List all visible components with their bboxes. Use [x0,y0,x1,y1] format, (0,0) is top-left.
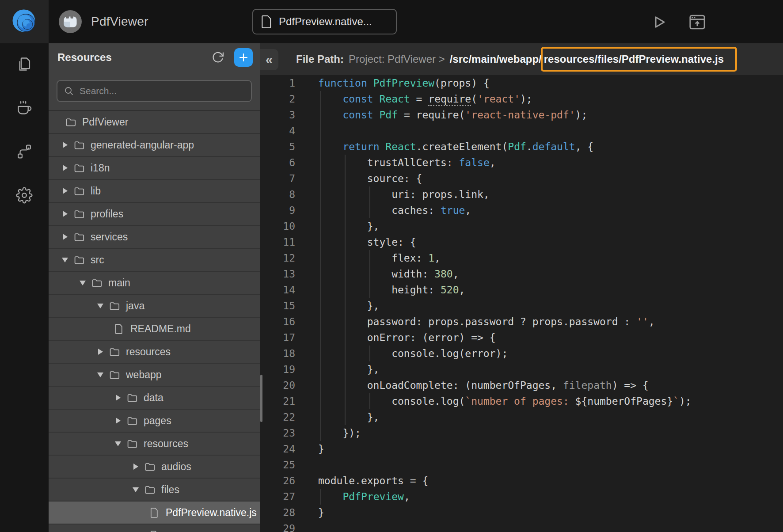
folder-icon [73,231,85,243]
chevron-down-icon[interactable] [78,278,87,288]
indent-guide [345,186,346,202]
indent-guide [320,282,321,298]
code-line-4: 4 [260,123,783,139]
chevron-down-icon[interactable] [131,485,141,494]
run-button[interactable] [648,11,669,33]
publish-button[interactable] [687,11,708,33]
chevron-right-icon[interactable] [113,393,123,403]
tree-scrollbar[interactable] [260,375,262,422]
tree-item-pages[interactable]: pages [49,410,260,433]
documents-icon[interactable] [16,56,33,72]
indent-guide [345,314,346,330]
tree-item-partial[interactable] [49,524,260,532]
folder-icon [144,484,156,496]
folder-icon [109,346,121,358]
code-line-5: 5 return React.createElement(Pdf.default… [260,139,783,155]
line-number: 17 [260,330,295,346]
tree-item-services[interactable]: services [49,226,260,249]
code-line-3: 3 const Pdf = require('react-native-pdf'… [260,107,783,123]
indent-guide [320,218,321,234]
code-line-6: 6 trustAllCerts: false, [260,155,783,171]
chevron-right-icon[interactable] [60,186,70,196]
add-resource-button[interactable] [234,48,253,67]
settings-gear-icon[interactable] [16,187,33,204]
chevron-down-icon[interactable] [95,301,105,311]
folder-icon [126,438,138,450]
search-icon [64,86,74,96]
tree-item-pdfpreview.native.js[interactable]: PdfPreview.native.js [49,502,260,524]
indent-guide [345,266,346,282]
line-number: 25 [260,457,295,473]
indent-guide [320,393,321,409]
folder-icon [73,162,85,174]
coffee-icon[interactable] [16,99,33,116]
chevron-right-icon[interactable] [60,209,70,219]
code-line-2: 2 const React = require('react'); [260,91,783,107]
tree-item-label: resources [126,346,171,358]
tree-item-java[interactable]: java [49,295,260,318]
tree-item-pdfviewer[interactable]: PdfViewer [49,111,260,134]
code-line-8: 8 uri: props.link, [260,186,783,202]
folder-icon [126,415,138,427]
tree-item-i18n[interactable]: i18n [49,157,260,180]
tree-item-generated-angular-app[interactable]: generated-angular-app [49,134,260,157]
line-number: 2 [260,91,295,107]
chevron-down-icon[interactable] [60,255,70,265]
indent-guide [320,346,321,361]
chevron-right-icon[interactable] [131,462,141,471]
line-number: 29 [260,521,295,532]
code-line-7: 7 source: { [260,171,783,186]
indent-guide [345,393,346,409]
indent-guide [369,393,370,409]
collapse-panel-button[interactable]: « [260,49,278,70]
code-line-18: 18 console.log(error); [260,346,783,361]
tree-item-label: main [108,277,130,289]
search-input[interactable] [79,85,245,97]
flow-icon[interactable] [16,143,33,160]
tree-item-resources[interactable]: resources [49,433,260,456]
tree-item-audios[interactable]: audios [49,456,260,479]
top-bar: PdfViewer PdfPreview.native... [0,0,783,43]
tree-item-main[interactable]: main [49,272,260,295]
chevron-down-icon[interactable] [113,439,123,448]
folder-icon [73,139,85,151]
chevron-down-icon[interactable] [95,370,105,380]
tree-item-lib[interactable]: lib [49,180,260,203]
app-title: PdfViewer [91,0,148,43]
tree-item-files[interactable]: files [49,479,260,502]
tree-item-label: i18n [91,162,110,174]
line-number: 27 [260,489,295,505]
line-number: 10 [260,218,295,234]
indent-guide [345,346,346,361]
file-path-base: /src/main/webapp/ [450,53,542,65]
line-number: 14 [260,282,295,298]
tree-item-resources[interactable]: resources [49,341,260,364]
app-logo-button[interactable] [0,0,49,43]
code-line-29: 29 [260,521,783,532]
refresh-button[interactable] [210,50,225,65]
chevron-right-icon[interactable] [60,232,70,242]
tree-item-src[interactable]: src [49,249,260,272]
indent-guide [345,377,346,393]
chevron-right-icon[interactable] [95,347,105,357]
tree-item-readme.md[interactable]: README.md [49,318,260,341]
code-line-20: 20 onLoadComplete: (numberOfPages, filep… [260,377,783,393]
tree-item-webapp[interactable]: webapp [49,364,260,387]
line-number: 12 [260,250,295,266]
indent-guide [320,298,321,314]
open-file-tab[interactable]: PdfPreview.native... [252,9,397,34]
tree-item-profiles[interactable]: profiles [49,203,260,226]
chevron-right-icon[interactable] [113,416,123,426]
chevron-right-icon[interactable] [60,163,70,173]
tree-item-data[interactable]: data [49,387,260,410]
chevron-right-icon[interactable] [60,140,70,150]
folder-icon [126,392,138,404]
indent-guide [345,218,346,234]
code-area[interactable]: 1function PdfPreview(props) {2 const Rea… [260,75,783,532]
resources-panel: Resources PdfVi [49,43,260,532]
tree-item-label: files [161,484,179,496]
indent-guide [320,186,321,202]
resources-title: Resources [57,51,210,64]
code-line-26: 26module.exports = { [260,473,783,489]
tree-item-label: profiles [91,208,123,220]
